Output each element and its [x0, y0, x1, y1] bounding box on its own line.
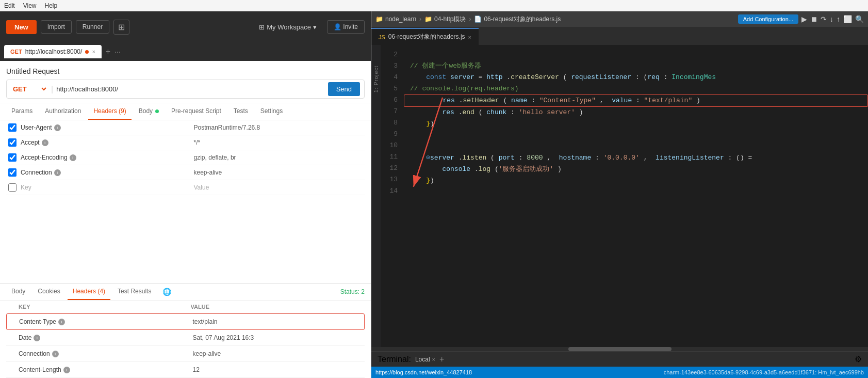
tab-close-icon[interactable]: × — [92, 49, 95, 55]
terminal-label: Terminal: — [378, 355, 411, 364]
info-icon-3[interactable]: i — [54, 169, 61, 176]
maximize-icon[interactable]: ⬜ — [843, 15, 852, 23]
terminal-tab-close-icon[interactable]: × — [432, 356, 435, 363]
breadcrumb-node[interactable]: node_learn — [385, 15, 416, 23]
header-key-4: Key — [21, 184, 190, 191]
vscode-scrollbar[interactable] — [371, 347, 868, 351]
info-icon-1[interactable]: i — [42, 139, 48, 146]
vscode-file-tab[interactable]: JS 06-request对象的headers.js × — [371, 28, 479, 45]
line-num-11: 11 — [381, 151, 398, 163]
run-icon[interactable]: ▶ — [801, 15, 807, 23]
vscode-tab-label: 06-request对象的headers.js — [388, 33, 465, 41]
res-info-icon-0[interactable]: i — [58, 319, 65, 325]
statusbar-url: https://blog.csdn.net/weixin_44827418 — [375, 369, 472, 375]
settings-tab[interactable]: Settings — [255, 103, 288, 120]
line-num-7: 7 — [381, 106, 398, 117]
params-tab[interactable]: Params — [6, 103, 38, 120]
globe-icon[interactable]: 🌐 — [162, 288, 171, 296]
code-line-5: // console.log(req.headers) — [404, 83, 868, 94]
line-numbers: 2 3 4 5 6 7 8 9 10 11 12 13 14 — [381, 45, 404, 347]
step-out-icon[interactable]: ↑ — [837, 15, 840, 23]
res-key-0: Content-Type i — [9, 318, 189, 325]
search-icon[interactable]: 🔍 — [855, 15, 864, 23]
tests-tab[interactable]: Tests — [228, 103, 253, 120]
menu-view[interactable]: View — [23, 2, 37, 9]
workspace-button[interactable]: ⊞ My Workspace ▾ — [253, 21, 323, 34]
header-val-3: keep-alive — [194, 169, 363, 176]
res-info-icon-2[interactable]: i — [52, 351, 59, 357]
method-select[interactable]: GET POST PUT DELETE — [11, 85, 48, 93]
line-num-12: 12 — [381, 163, 398, 174]
vscode-actions: Add Configuration... ▶ ⏹ ↷ ↓ ↑ ⬜ 🔍 — [738, 14, 864, 24]
step-over-icon[interactable]: ↷ — [821, 15, 827, 23]
res-row-2: Connection i keep-alive — [6, 346, 365, 362]
row-checkbox-1[interactable] — [8, 138, 17, 147]
stop-icon[interactable]: ⏹ — [810, 15, 817, 23]
header-row: Connection i keep-alive — [6, 165, 365, 180]
breadcrumb-file[interactable]: 06-request对象的headers.js — [484, 15, 561, 24]
add-config-button[interactable]: Add Configuration... — [738, 14, 798, 24]
row-checkbox-3[interactable] — [8, 168, 17, 177]
menu-bar: Edit View Help — [0, 0, 868, 11]
row-checkbox-4[interactable] — [8, 183, 17, 192]
body-tab[interactable]: Body — [134, 103, 164, 120]
line-num-6: 6 — [381, 94, 398, 106]
breadcrumb-http[interactable]: 04-http模块 — [434, 15, 466, 24]
request-section: Untitled Request GET POST PUT DELETE | S… — [0, 61, 371, 103]
code-line-11: ⊙server .listen ( port : 8000 , hostname… — [404, 152, 868, 164]
request-title: Untitled Request — [6, 67, 365, 75]
project-label: 1: Project — [373, 66, 379, 92]
line-num-10: 10 — [381, 140, 398, 151]
folder-icon: 📁 — [375, 15, 383, 23]
info-icon-0[interactable]: i — [54, 124, 61, 131]
authorization-tab[interactable]: Authorization — [40, 103, 86, 120]
cookies-tab[interactable]: Cookies — [32, 284, 65, 300]
test-results-tab[interactable]: Test Results — [112, 284, 156, 300]
row-checkbox-2[interactable] — [8, 153, 17, 162]
res-headers-table: KEY VALUE Content-Type i text/plain Date… — [0, 301, 371, 378]
invite-button[interactable]: 👤 Invite — [327, 20, 365, 34]
import-button[interactable]: Import — [41, 20, 72, 34]
col-val-label: VALUE — [191, 304, 363, 310]
res-info-icon-3[interactable]: i — [63, 367, 70, 373]
runner-button[interactable]: Runner — [76, 20, 109, 34]
info-icon-2[interactable]: i — [70, 154, 76, 161]
vscode-titlebar: 📁 node_learn › 📁 04-http模块 › 📄 06-reques… — [371, 11, 868, 27]
res-key-1: Date i — [8, 334, 189, 341]
send-button[interactable]: Send — [328, 82, 360, 96]
step-in-icon[interactable]: ↓ — [830, 15, 833, 23]
terminal-tab-local[interactable]: Local × — [415, 356, 435, 363]
header-row: Accept i */* — [6, 135, 365, 150]
line-num-14: 14 — [381, 185, 398, 197]
url-input[interactable] — [56, 85, 324, 93]
layout-icon[interactable]: ⊞ — [113, 20, 129, 35]
code-line-10 — [404, 141, 868, 152]
new-button[interactable]: New — [6, 20, 37, 34]
tab-more-icon[interactable]: ··· — [114, 48, 121, 56]
header-key-2: Accept-Encoding i — [21, 154, 190, 161]
code-area[interactable]: // 创建一个web服务器 const server = http .creat… — [404, 45, 868, 347]
line-num-13: 13 — [381, 174, 398, 185]
vscode-tab-close-icon[interactable]: × — [468, 34, 471, 40]
response-section: Body Cookies Headers (4) Test Results 🌐 … — [0, 283, 371, 378]
col-key-label: KEY — [8, 304, 191, 310]
response-tabs: Body Cookies Headers (4) Test Results 🌐 … — [0, 284, 371, 301]
row-checkbox-0[interactable] — [8, 123, 17, 132]
postman-panel: New Import Runner ⊞ ⊞ My Workspace ▾ 👤 I… — [0, 11, 371, 378]
main-content: New Import Runner ⊞ ⊞ My Workspace ▾ 👤 I… — [0, 11, 868, 378]
headers-table: User-Agent i PostmanRuntime/7.26.8 Accep… — [0, 120, 371, 283]
scrollbar-thumb[interactable] — [568, 347, 672, 351]
request-tab[interactable]: GET http://localhost:8000/ × — [4, 45, 102, 58]
res-info-icon-1[interactable]: i — [34, 335, 40, 341]
headers-tab[interactable]: Headers (9) — [88, 103, 131, 120]
gear-icon[interactable]: ⚙ — [855, 354, 862, 364]
body-res-tab[interactable]: Body — [6, 284, 30, 300]
pre-request-tab[interactable]: Pre-request Script — [166, 103, 226, 120]
tab-add-icon[interactable]: + — [103, 47, 113, 56]
header-row: Accept-Encoding i gzip, deflate, br — [6, 150, 365, 165]
headers-res-tab[interactable]: Headers (4) — [68, 284, 110, 300]
menu-edit[interactable]: Edit — [4, 2, 15, 9]
code-line-7: res .end ( chunk : 'hello server' ) — [404, 107, 868, 118]
terminal-add-icon[interactable]: + — [439, 355, 444, 364]
menu-help[interactable]: Help — [44, 2, 57, 9]
